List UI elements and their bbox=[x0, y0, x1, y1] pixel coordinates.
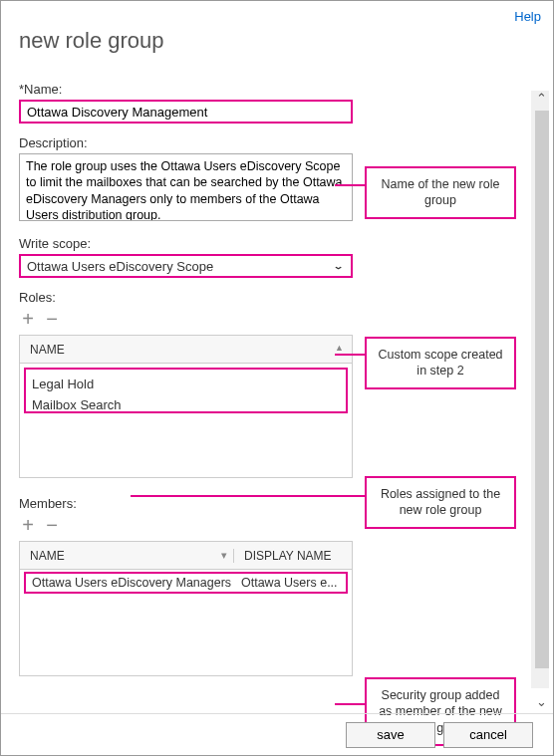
callout-connector bbox=[335, 354, 365, 356]
name-label: *Name: bbox=[19, 82, 535, 97]
members-table: NAME DISPLAY NAME Ottawa Users eDiscover… bbox=[19, 541, 353, 676]
add-role-button[interactable]: + bbox=[19, 309, 37, 329]
description-label: Description: bbox=[19, 135, 535, 150]
members-name-column[interactable]: NAME bbox=[20, 549, 234, 563]
write-scope-select[interactable]: Ottawa Users eDiscovery Scope ⌄ bbox=[19, 254, 353, 278]
roles-table: NAME Legal Hold Mailbox Search bbox=[19, 335, 353, 478]
callout-roles: Roles assigned to the new role group bbox=[365, 476, 516, 529]
scrollbar-thumb[interactable] bbox=[535, 111, 549, 668]
table-row[interactable]: Mailbox Search bbox=[32, 394, 340, 415]
callout-connector bbox=[335, 703, 365, 705]
scrollbar-track[interactable] bbox=[531, 91, 549, 688]
callout-name: Name of the new role group bbox=[365, 166, 516, 219]
cancel-button[interactable]: cancel bbox=[443, 722, 533, 748]
name-input[interactable] bbox=[19, 100, 353, 124]
member-name-cell: Ottawa Users eDiscovery Managers bbox=[32, 576, 241, 590]
roles-list-highlight: Legal Hold Mailbox Search bbox=[24, 368, 348, 413]
help-link[interactable]: Help bbox=[514, 9, 541, 24]
callout-scope: Custom scope created in step 2 bbox=[365, 337, 516, 389]
roles-name-column[interactable]: NAME bbox=[20, 343, 352, 357]
callout-connector bbox=[335, 184, 365, 186]
write-scope-label: Write scope: bbox=[19, 236, 535, 251]
description-textarea[interactable]: The role group uses the Ottawa Users eDi… bbox=[19, 153, 353, 221]
scroll-up-icon[interactable]: ⌃ bbox=[536, 91, 547, 106]
member-display-cell: Ottawa Users e... bbox=[241, 576, 340, 590]
roles-label: Roles: bbox=[19, 290, 535, 305]
table-row[interactable]: Legal Hold bbox=[32, 374, 340, 394]
chevron-down-icon: ⌄ bbox=[333, 261, 345, 271]
scroll-down-icon[interactable]: ⌄ bbox=[536, 694, 547, 709]
callout-connector bbox=[131, 495, 365, 497]
save-button[interactable]: save bbox=[346, 722, 435, 748]
write-scope-value: Ottawa Users eDiscovery Scope bbox=[27, 259, 213, 274]
add-member-button[interactable]: + bbox=[19, 515, 37, 535]
table-row[interactable]: Ottawa Users eDiscovery Managers Ottawa … bbox=[24, 572, 348, 594]
page-title: new role group bbox=[1, 24, 553, 54]
remove-member-button[interactable]: − bbox=[43, 515, 61, 535]
remove-role-button[interactable]: − bbox=[43, 309, 61, 329]
members-display-column[interactable]: DISPLAY NAME bbox=[234, 549, 352, 563]
